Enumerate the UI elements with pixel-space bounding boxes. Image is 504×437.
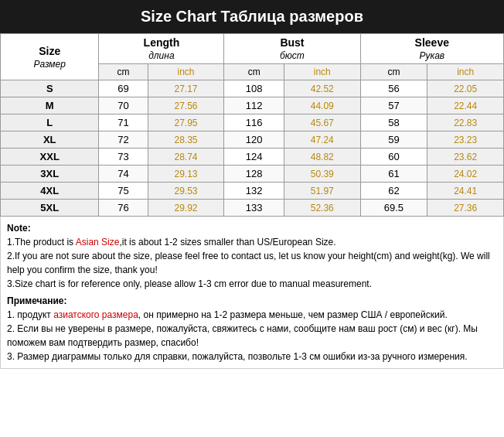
sleeve-header: SleeveРукав [360, 34, 503, 64]
note2-ru: 2. Если вы не уверены в размере, пожалуй… [7, 322, 497, 350]
length-header: Lengthдлина [99, 34, 224, 64]
table-row: L7127.9511645.675822.83 [1, 114, 504, 131]
notes-title-ru: Примечание: [7, 294, 497, 308]
sleeve-inch-unit: inch [427, 64, 504, 80]
table-row: XXL7328.7412448.826023.62 [1, 149, 504, 166]
bust-cm-unit: cm [224, 64, 284, 80]
table-row: 3XL7429.1312850.396124.02 [1, 166, 504, 183]
notes-title-en: Note: [7, 221, 497, 235]
note1-ru: 1. продукт азиатского размера, он пример… [7, 308, 497, 322]
table-row: M7027.5611244.095722.44 [1, 97, 504, 114]
bust-header: Bustбюст [224, 34, 360, 64]
table-row: S6927.1710842.525622.05 [1, 80, 504, 97]
table-body: S6927.1710842.525622.05M7027.5611244.095… [1, 80, 504, 217]
note2-en: 2.If you are not sure about the size, pl… [7, 249, 497, 277]
size-chart-table: SizeРазмер Lengthдлина Bustбюст SleeveРу… [0, 33, 504, 217]
note3-en: 3.Size chart is for reference only, plea… [7, 277, 497, 291]
bust-inch-unit: inch [284, 64, 360, 80]
note3-ru: 3. Размер диаграммы только для справки, … [7, 350, 497, 364]
table-row: 5XL7629.9213352.3669.527.36 [1, 200, 504, 217]
length-inch-unit: inch [148, 64, 224, 80]
size-header: SizeРазмер [1, 34, 99, 80]
table-row: XL7228.3512047.245923.23 [1, 131, 504, 149]
header-title: Size Chart Таблица размеров [141, 8, 363, 25]
notes-section: Note: 1.The product is Asian Size,it is … [0, 217, 504, 369]
length-cm-unit: cm [99, 64, 148, 80]
table-row: 4XL7529.5313251.976224.41 [1, 183, 504, 200]
note1-en: 1.The product is Asian Size,it is about … [7, 235, 497, 249]
sleeve-cm-unit: cm [360, 64, 427, 80]
header: Size Chart Таблица размеров [0, 0, 504, 33]
